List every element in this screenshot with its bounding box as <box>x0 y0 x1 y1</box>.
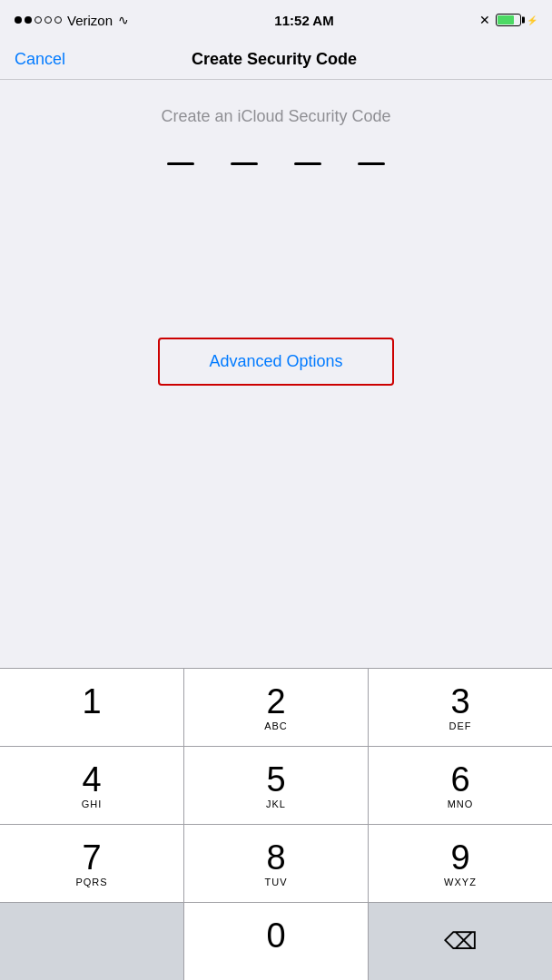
delete-icon: ⌫ <box>444 927 478 956</box>
pin-dash-2 <box>231 162 258 165</box>
key-2-letters: ABC <box>264 720 288 731</box>
signal-dots <box>15 16 62 24</box>
status-left: Verizon ∿ <box>15 13 129 28</box>
key-9-number: 9 <box>450 840 469 875</box>
key-7-letters: PQRS <box>75 877 107 887</box>
key-0[interactable]: 0 ​ <box>184 903 369 980</box>
key-8[interactable]: 8 TUV <box>184 825 369 902</box>
key-5-letters: JKL <box>266 799 286 809</box>
key-6-letters: MNO <box>448 799 474 809</box>
advanced-options-container: Advanced Options <box>158 338 394 386</box>
cancel-button[interactable]: Cancel <box>15 50 65 69</box>
keypad-row-1: 1 ​ 2 ABC 3 DEF <box>0 669 552 747</box>
key-empty <box>0 903 184 980</box>
key-4-letters: GHI <box>82 799 103 809</box>
key-3-number: 3 <box>450 684 469 719</box>
keypad-row-4: 0 ​ ⌫ <box>0 903 552 980</box>
status-right: ✕ ⚡ <box>479 13 537 27</box>
status-bar: Verizon ∿ 11:52 AM ✕ ⚡ <box>0 0 552 40</box>
signal-dot-1 <box>15 16 22 24</box>
advanced-options-button[interactable]: Advanced Options <box>158 338 394 386</box>
content-area: Create an iCloud Security Code Advanced … <box>0 80 552 404</box>
key-3[interactable]: 3 DEF <box>369 669 552 746</box>
battery-fill <box>498 15 514 24</box>
key-delete[interactable]: ⌫ <box>369 903 552 980</box>
battery-container: ⚡ <box>496 14 537 26</box>
pin-dash-3 <box>294 162 321 165</box>
signal-dot-2 <box>25 16 32 24</box>
key-2[interactable]: 2 ABC <box>184 669 369 746</box>
carrier-label: Verizon <box>67 13 113 28</box>
key-2-number: 2 <box>266 684 285 719</box>
key-7-number: 7 <box>82 840 101 875</box>
subtitle-text: Create an iCloud Security Code <box>161 107 390 126</box>
signal-dot-3 <box>34 16 42 24</box>
key-7[interactable]: 7 PQRS <box>0 825 184 902</box>
key-5[interactable]: 5 JKL <box>184 747 369 824</box>
key-6[interactable]: 6 MNO <box>369 747 552 824</box>
key-5-number: 5 <box>266 762 285 797</box>
charge-icon: ⚡ <box>527 15 537 25</box>
bluetooth-icon: ✕ <box>479 13 490 27</box>
key-4[interactable]: 4 GHI <box>0 747 184 824</box>
keypad-row-3: 7 PQRS 8 TUV 9 WXYZ <box>0 825 552 903</box>
keypad-row-2: 4 GHI 5 JKL 6 MNO <box>0 747 552 825</box>
key-8-letters: TUV <box>265 877 288 887</box>
status-time: 11:52 AM <box>274 13 333 28</box>
keypad: 1 ​ 2 ABC 3 DEF 4 GHI 5 JKL 6 MNO 7 PQRS <box>0 668 552 980</box>
key-0-number: 0 <box>266 918 285 953</box>
key-8-number: 8 <box>266 840 285 875</box>
key-6-number: 6 <box>450 762 469 797</box>
key-3-letters: DEF <box>449 720 472 731</box>
key-4-number: 4 <box>82 762 101 797</box>
battery-icon <box>496 14 521 26</box>
pin-display <box>167 162 385 165</box>
nav-bar: Cancel Create Security Code <box>0 40 552 80</box>
pin-dash-1 <box>167 162 194 165</box>
key-9-letters: WXYZ <box>444 877 477 887</box>
key-1[interactable]: 1 ​ <box>0 669 184 746</box>
wifi-icon: ∿ <box>118 13 129 27</box>
page-title: Create Security Code <box>192 50 357 69</box>
pin-dash-4 <box>358 162 385 165</box>
key-9[interactable]: 9 WXYZ <box>369 825 552 902</box>
signal-dot-4 <box>44 16 52 24</box>
key-1-number: 1 <box>82 684 101 719</box>
signal-dot-5 <box>54 16 62 24</box>
